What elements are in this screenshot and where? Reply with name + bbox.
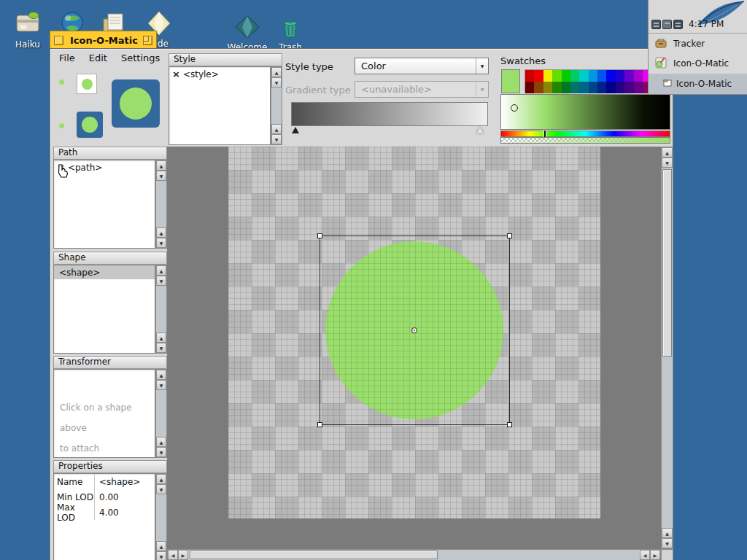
- scroll-arrow-up-icon[interactable]: ▲: [156, 332, 166, 343]
- current-color-swatch[interactable]: [501, 69, 520, 93]
- property-value[interactable]: 0.00: [95, 489, 119, 505]
- palette-color[interactable]: [634, 82, 643, 93]
- transformer-list[interactable]: Click on a shape above to attach transfo…: [53, 369, 155, 458]
- menu-settings[interactable]: Settings: [115, 50, 168, 66]
- visibility-toggle-icon[interactable]: ×: [172, 69, 180, 79]
- palette-color[interactable]: [534, 70, 543, 82]
- selection-center-marker[interactable]: [411, 327, 417, 333]
- zoom-button[interactable]: [143, 36, 152, 45]
- palette-color[interactable]: [589, 70, 597, 82]
- property-value[interactable]: 4.00: [95, 505, 119, 520]
- scroll-arrow-down-icon[interactable]: ▼: [662, 158, 673, 168]
- property-value[interactable]: <shape>: [95, 474, 140, 489]
- scroll-thumb[interactable]: [662, 169, 672, 357]
- scroll-arrow-up-icon[interactable]: ▲: [156, 541, 166, 551]
- palette-color[interactable]: [616, 70, 624, 82]
- property-row[interactable]: Name <shape>: [54, 474, 155, 489]
- scroll-arrow-down-icon[interactable]: ▼: [156, 171, 166, 181]
- menu-edit[interactable]: Edit: [83, 50, 115, 66]
- palette-color[interactable]: [606, 70, 615, 82]
- scroll-arrow-down-icon[interactable]: ▼: [271, 77, 282, 88]
- window-title-tab[interactable]: Icon-O-Matic: [50, 31, 157, 49]
- scroll-arrow-down-icon[interactable]: ▼: [156, 380, 166, 390]
- scroll-arrow-down-icon[interactable]: ▼: [156, 276, 166, 286]
- scroll-arrow-left-icon[interactable]: ◀: [168, 550, 178, 560]
- scroll-arrow-down-icon[interactable]: ▼: [156, 343, 166, 353]
- shape-list[interactable]: <shape>: [53, 265, 155, 354]
- shape-list-item-selected[interactable]: <shape>: [54, 265, 155, 279]
- palette-color[interactable]: [543, 70, 552, 82]
- scroll-track[interactable]: [156, 286, 166, 332]
- gradient-preview-bar[interactable]: [291, 102, 488, 126]
- palette-color[interactable]: [589, 82, 597, 93]
- palette-color[interactable]: [570, 70, 579, 82]
- deskbar-item-icon-o-matic[interactable]: Icon-O-Matic: [649, 54, 747, 73]
- gradient-stop-marker[interactable]: [476, 127, 484, 133]
- alpha-bar[interactable]: [500, 137, 670, 144]
- palette-color[interactable]: [579, 70, 588, 82]
- desktop-icon-haiku[interactable]: Haiku: [7, 9, 48, 50]
- scroll-arrow-right-icon[interactable]: ▶: [650, 550, 660, 560]
- canvas-horizontal-scrollbar[interactable]: ◀▶◀▶: [167, 549, 661, 560]
- shape-list-scrollbar[interactable]: ▲▼▲▼: [155, 265, 167, 354]
- scroll-thumb[interactable]: [190, 551, 438, 559]
- scroll-arrow-down-icon[interactable]: ▼: [662, 538, 673, 548]
- scroll-arrow-down-icon[interactable]: ▼: [156, 238, 166, 248]
- scroll-arrow-up-icon[interactable]: ▲: [156, 474, 166, 484]
- palette-color[interactable]: [616, 82, 624, 93]
- scroll-arrow-up-icon[interactable]: ▲: [156, 370, 166, 380]
- color-picker-area[interactable]: [500, 94, 670, 130]
- palette-color[interactable]: [543, 82, 552, 93]
- deskbar-window-item[interactable]: Icon-O-Matic: [649, 74, 747, 94]
- style-list-item[interactable]: × <style>: [169, 67, 270, 81]
- selection-handle-br[interactable]: [507, 422, 512, 427]
- tray-keymap-icon[interactable]: [651, 20, 661, 29]
- tray-volume-icon[interactable]: [673, 20, 683, 29]
- properties-list-scrollbar[interactable]: ▲▼▲▼: [155, 473, 167, 560]
- style-list[interactable]: × <style>: [169, 66, 271, 145]
- color-picker-marker[interactable]: [511, 104, 518, 112]
- transformer-list-scrollbar[interactable]: ▲▼▲▼: [155, 369, 167, 458]
- palette-color[interactable]: [552, 82, 561, 93]
- palette-color[interactable]: [624, 82, 633, 93]
- scroll-arrow-up-icon[interactable]: ▲: [156, 160, 166, 171]
- scroll-track[interactable]: [662, 168, 673, 528]
- palette-color[interactable]: [597, 70, 606, 82]
- palette-color[interactable]: [597, 82, 606, 93]
- palette-color[interactable]: [525, 82, 534, 93]
- style-list-scrollbar[interactable]: ▲▼▲▼: [271, 66, 282, 145]
- style-type-dropdown[interactable]: Color ▼: [355, 58, 489, 74]
- palette-color[interactable]: [534, 82, 543, 93]
- close-button[interactable]: [54, 36, 63, 45]
- gradient-stop-marker[interactable]: [292, 127, 299, 133]
- scroll-track[interactable]: [156, 494, 166, 541]
- scroll-arrow-down-icon[interactable]: ▼: [156, 551, 166, 560]
- scroll-arrow-right-icon[interactable]: ▶: [178, 550, 188, 560]
- scroll-arrow-down-icon[interactable]: ▼: [156, 447, 166, 457]
- palette-color[interactable]: [634, 70, 643, 82]
- deskbar-clock[interactable]: 4:17 PM: [689, 19, 724, 29]
- property-row[interactable]: Max LOD 4.00: [54, 505, 155, 520]
- palette-color[interactable]: [624, 70, 633, 82]
- palette-color[interactable]: [552, 70, 561, 82]
- scroll-arrow-up-icon[interactable]: ▲: [271, 67, 282, 77]
- palette-color[interactable]: [562, 70, 570, 82]
- palette-color[interactable]: [570, 82, 579, 93]
- scroll-track[interactable]: [188, 550, 640, 560]
- palette-color[interactable]: [525, 70, 534, 82]
- selection-handle-tl[interactable]: [317, 233, 322, 238]
- deskbar-item-tracker[interactable]: Tracker: [649, 34, 747, 53]
- menu-file[interactable]: File: [53, 50, 83, 66]
- properties-list[interactable]: Name <shape> Min LOD 0.00 Max LOD 4.00: [53, 473, 155, 560]
- canvas-vertical-scrollbar[interactable]: ▲▼▲▼: [661, 147, 673, 549]
- scroll-arrow-up-icon[interactable]: ▲: [156, 228, 166, 238]
- hue-bar-marker[interactable]: [544, 131, 546, 137]
- selection-handle-tr[interactable]: [507, 233, 512, 238]
- scroll-arrow-up-icon[interactable]: ▲: [156, 265, 166, 276]
- path-list-scrollbar[interactable]: ▲▼▲▼: [155, 160, 167, 249]
- scroll-arrow-down-icon[interactable]: ▼: [271, 134, 282, 144]
- palette-color[interactable]: [562, 82, 570, 93]
- selection-handle-bl[interactable]: [317, 422, 322, 427]
- canvas-view[interactable]: [167, 147, 661, 549]
- tray-monitor-icon[interactable]: [662, 20, 672, 29]
